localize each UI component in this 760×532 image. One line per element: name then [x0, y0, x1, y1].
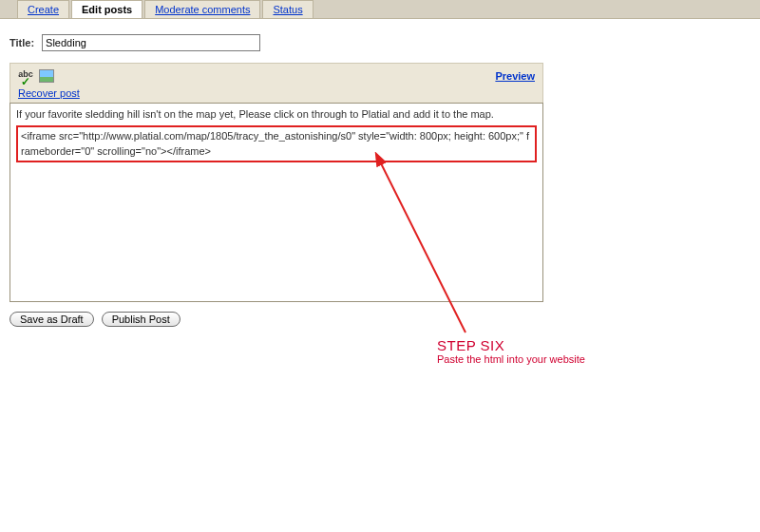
- annotation-subtitle: Paste the html into your website: [437, 353, 585, 365]
- editor-toolbar: abc ✓ Preview: [10, 63, 543, 87]
- content-area: Title: abc ✓ Preview Recover post If you…: [0, 19, 760, 327]
- tab-bar: Create Edit posts Moderate comments Stat…: [0, 0, 760, 19]
- publish-post-button[interactable]: Publish Post: [102, 312, 180, 327]
- title-label: Title:: [10, 37, 34, 48]
- tab-moderate-comments[interactable]: Moderate comments: [144, 0, 260, 18]
- button-row: Save as Draft Publish Post: [10, 312, 750, 327]
- preview-link[interactable]: Preview: [495, 70, 535, 82]
- title-row: Title:: [10, 34, 750, 51]
- editor-line-1: If your favorite sledding hill isn't on …: [16, 108, 494, 120]
- tab-status[interactable]: Status: [262, 0, 313, 18]
- editor-iframe-code: <iframe src="http://www.platial.com/map/…: [16, 125, 537, 162]
- title-input[interactable]: [42, 34, 260, 51]
- save-draft-button[interactable]: Save as Draft: [10, 312, 94, 327]
- tab-edit-posts[interactable]: Edit posts: [71, 0, 142, 18]
- checkmark-icon: ✓: [18, 79, 33, 85]
- annotation-step: STEP SIX: [437, 337, 585, 353]
- image-icon[interactable]: [39, 69, 54, 83]
- editor-textarea[interactable]: If your favorite sledding hill isn't on …: [10, 103, 543, 302]
- annotation-text: STEP SIX Paste the html into your websit…: [437, 337, 585, 365]
- tab-create[interactable]: Create: [17, 0, 69, 18]
- spellcheck-icon[interactable]: abc ✓: [18, 69, 33, 83]
- recover-post-link[interactable]: Recover post: [18, 87, 80, 99]
